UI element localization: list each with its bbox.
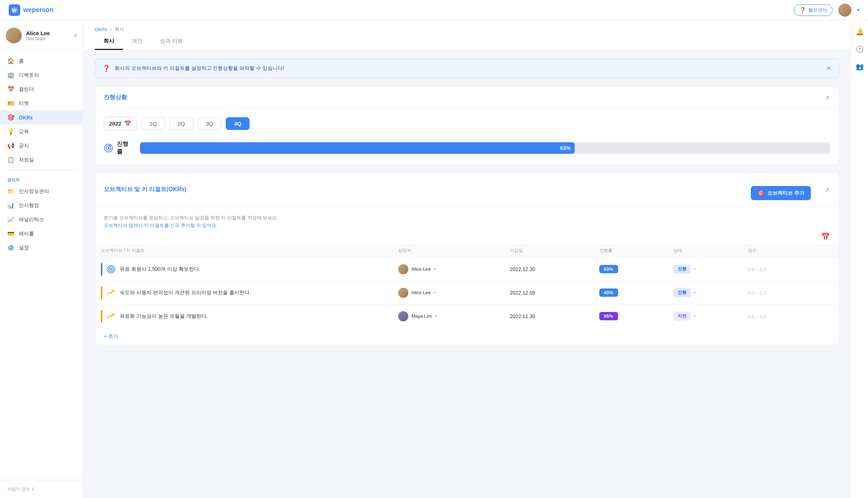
quarter-4q[interactable]: 4Q — [226, 117, 250, 130]
sidebar-label-directory: 디렉토리 — [19, 72, 39, 79]
notice-icon: 📢 — [7, 142, 14, 149]
row3-assignee-avatar — [398, 311, 408, 321]
sidebar-label-notice: 공지 — [19, 143, 29, 149]
sidebar-item-directory[interactable]: 🏢 디렉토리 — [0, 68, 83, 82]
progress-row: 진행률 63% — [104, 140, 830, 156]
main-content: OKRs › 회사 회사 개인 성과 리뷰 ❓ 회사의 오브젝티브와 키 리절트… — [83, 20, 851, 498]
okr-card-toggle[interactable]: ∧ — [825, 186, 830, 194]
sidebar-item-hr-info[interactable]: 📁 인사정보관리 — [0, 184, 83, 198]
team-icon[interactable]: 👥 — [854, 61, 865, 72]
row2-indicator — [101, 286, 102, 299]
user-menu-chevron[interactable]: ▾ — [857, 8, 859, 13]
user-avatar-top[interactable] — [838, 4, 851, 17]
sidebar-item-calendar[interactable]: 📅 캘린더 — [0, 82, 83, 96]
progress-label: 진행률 — [104, 140, 133, 156]
sidebar-footer: 사업자 정보 ℹ — [0, 480, 83, 498]
row3-assignee-chevron[interactable]: ▾ — [435, 314, 437, 318]
logo-icon: W — [9, 4, 20, 16]
breadcrumb-root[interactable]: OKRs — [95, 27, 107, 32]
row1-status-badge: 진행 — [673, 265, 691, 274]
help-button[interactable]: ❓ 헬프센터 — [794, 4, 833, 16]
year-label: 2022 — [109, 121, 121, 127]
sidebar-item-library[interactable]: 📋 자료실 — [0, 153, 83, 167]
sidebar-navigation: 🏠 홈 🏢 디렉토리 📅 캘린더 🎫 티켓 🎯 OKRs 💡 교육 — [0, 50, 83, 480]
okr-desc-link[interactable]: 오브젝티브 탭에서 키 리절트를 신규 추가할 수 있어요. — [104, 223, 218, 228]
row2-score: 0.0 ~ 1.0 — [742, 281, 839, 304]
row1-indicator — [101, 263, 102, 276]
okr-card: 오브젝티브 및 키 리절트(OKRs) 🎯 오브젝티브 추가 ∧ 분기별 오브젝… — [95, 172, 839, 345]
sidebar-label-education: 교육 — [19, 128, 29, 135]
sidebar-label-settings: 설정 — [19, 245, 29, 251]
add-row: + 추가 — [95, 328, 839, 345]
row3-deadline: 2022.11.30 — [504, 304, 593, 328]
sidebar-menu-icon[interactable]: ≡ — [74, 32, 77, 39]
row3-status-chevron[interactable]: ▾ — [694, 314, 696, 318]
sidebar-user-name: Alice Lee — [26, 30, 69, 36]
sidebar-item-notice[interactable]: 📢 공지 — [0, 139, 83, 153]
okr-table-header-row: 오브젝티브 / 키 리절트 담당자 마감일 진행률 상태 점수 — [95, 244, 839, 258]
row2-title: 속도와 사용자 편의성이 개선된 프리미엄 버전을 출시한다. — [120, 290, 251, 296]
row3-assignee-cell: Maya Lim ▾ — [392, 304, 504, 328]
row2-status-chevron[interactable]: ▾ — [694, 290, 696, 295]
tab-personal[interactable]: 개인 — [123, 33, 151, 50]
row1-status-chevron[interactable]: ▾ — [694, 267, 696, 271]
quarter-2q[interactable]: 2Q — [169, 117, 193, 130]
sidebar-item-settings[interactable]: ⚙️ 설정 — [0, 241, 83, 255]
education-icon: 💡 — [7, 128, 14, 135]
sidebar-item-education[interactable]: 💡 교육 — [0, 124, 83, 139]
row2-icon — [106, 288, 116, 298]
sidebar-item-analytics[interactable]: 📈 애널리틱스 — [0, 212, 83, 227]
progress-card-toggle[interactable]: ∧ — [825, 93, 830, 101]
sidebar-label-hr-admin: 인사행정 — [19, 202, 39, 209]
top-navigation: W weperson ❓ 헬프센터 ▾ — [0, 0, 868, 20]
history-icon[interactable]: 🕐 — [854, 43, 865, 55]
quarter-1q[interactable]: 1Q — [141, 117, 165, 130]
add-objective-button[interactable]: 🎯 오브젝티브 추가 — [751, 186, 811, 200]
okr-desc-line1: 분기별 오브젝티브를 생성하고, 오브젝티브 달성을 위한 키 리절트를 작성해… — [104, 214, 830, 222]
quarter-3q[interactable]: 3Q — [197, 117, 221, 130]
sidebar-user-info: Alice Lee Dev Team ≡ — [0, 20, 83, 50]
year-badge[interactable]: 2022 📅 — [104, 117, 137, 130]
okr-card-body: 분기별 오브젝티브를 생성하고, 오브젝티브 달성을 위한 키 리절트를 작성해… — [95, 207, 839, 345]
sidebar-label-library: 자료실 — [19, 157, 34, 163]
calendar-icon-row: 📅 — [95, 229, 839, 244]
row2-objective-cell: 속도와 사용자 편의성이 개선된 프리미엄 버전을 출시한다. — [95, 281, 392, 304]
row3-icon — [106, 311, 116, 321]
okr-calendar-button[interactable]: 📅 — [821, 232, 830, 241]
tab-company[interactable]: 회사 — [95, 33, 123, 50]
topnav-right: ❓ 헬프센터 ▾ — [794, 4, 859, 17]
sidebar-item-okrs[interactable]: 🎯 OKRs — [0, 110, 83, 124]
row1-title: 유료 회원사 1,500개 이상 확보한다. — [120, 266, 200, 273]
breadcrumb: OKRs › 회사 — [95, 20, 839, 33]
notification-icon[interactable]: 🔔 — [854, 26, 865, 38]
progress-bar-wrap: 63% — [140, 142, 830, 154]
info-banner-close[interactable]: ✕ — [826, 64, 831, 72]
row1-assignee-chevron[interactable]: ▾ — [434, 267, 436, 271]
sidebar-item-home[interactable]: 🏠 홈 — [0, 54, 83, 68]
sidebar-divider — [6, 170, 77, 170]
progress-card-title: 진행상황 — [104, 94, 127, 101]
info-banner: ❓ 회사의 오브젝티브와 키 리절트를 설정하고 진행상황을 파악할 수 있습니… — [95, 59, 839, 78]
row2-assignee-avatar — [398, 288, 408, 298]
row2-status-cell: 진행 ▾ — [668, 281, 742, 304]
info-banner-text: 회사의 오브젝티브와 키 리절트를 설정하고 진행상황을 파악할 수 있습니다! — [115, 65, 284, 72]
sidebar-item-ticket[interactable]: 🎫 티켓 — [0, 96, 83, 110]
row2-assignee-chevron[interactable]: ▾ — [434, 290, 436, 295]
svg-point-8 — [110, 268, 112, 270]
sidebar-item-hr-admin[interactable]: 📊 인사행정 — [0, 198, 83, 212]
sidebar-item-payroll[interactable]: 💳 페이롤 — [0, 227, 83, 241]
add-row-button[interactable]: + 추가 — [104, 333, 118, 340]
row1-icon — [106, 264, 116, 274]
tab-review[interactable]: 성과 리뷰 — [151, 33, 192, 50]
row2-assignee-cell: Alice Lee ▾ — [392, 281, 504, 304]
footer-info-icon: ℹ — [32, 487, 34, 492]
row3-indicator — [101, 310, 102, 323]
progress-bar-fill: 63% — [140, 142, 575, 154]
row1-objective-cell: 유료 회원사 1,500개 이상 확보한다. — [95, 257, 392, 281]
library-icon: 📋 — [7, 156, 14, 163]
okr-table-body: 유료 회원사 1,500개 이상 확보한다. Alice Lee ▾ — [95, 257, 839, 328]
okr-card-title: 오브젝티브 및 키 리절트(OKRs) — [104, 186, 186, 193]
home-icon: 🏠 — [7, 58, 14, 64]
row3-progress-badge: 85% — [599, 312, 618, 320]
info-banner-icon: ❓ — [102, 64, 110, 72]
